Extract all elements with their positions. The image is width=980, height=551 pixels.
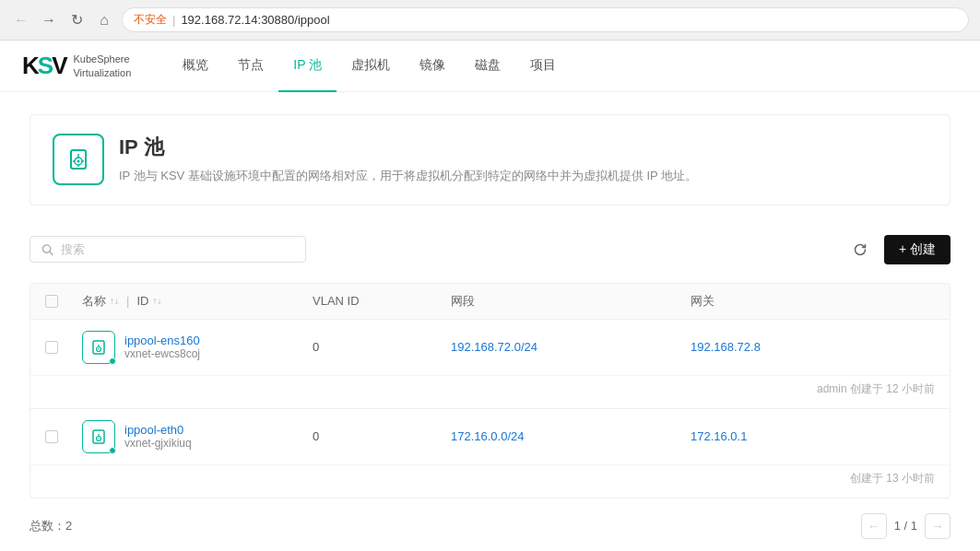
refresh-browser-button[interactable]: ↻ [66, 10, 87, 30]
search-box[interactable] [30, 236, 306, 263]
nav-item-projects[interactable]: 项目 [515, 41, 571, 92]
logo: KSV KubeSphere Virtualization [22, 52, 131, 80]
row1-checkbox[interactable] [45, 341, 58, 354]
table-footer: 总数：2 ← 1 / 1 → [30, 498, 950, 551]
row2-sub-name: vxnet-gjxikiuq [124, 437, 192, 450]
toolbar: + 创建 [30, 228, 950, 272]
table-row: ippool-ens160 vxnet-ewcs8coj 0 192.168.7… [30, 320, 950, 376]
row2-status-dot [109, 447, 116, 454]
row1-checkbox-cell [45, 341, 82, 354]
nav-item-disks[interactable]: 磁盘 [460, 41, 515, 92]
page-content: IP 池 IP 池与 KSV 基础设施环境中配置的网络相对应，用于将虚拟机分配到… [0, 92, 980, 551]
name-sort-icon[interactable]: ↑↓ [110, 296, 119, 306]
row1-name-cell: ippool-ens160 vxnet-ewcs8coj [82, 331, 313, 364]
nav-item-ippool[interactable]: IP 池 [278, 41, 337, 92]
browser-toolbar: ← → ↻ ⌂ 不安全 | 192.168.72.14:30880/ippool [0, 0, 980, 40]
row1-meta: admin 创建于 12 小时前 [30, 376, 950, 408]
nav-item-images[interactable]: 镜像 [405, 41, 460, 92]
row1-name-text: ippool-ens160 vxnet-ewcs8coj [124, 334, 200, 360]
nav-item-overview[interactable]: 概览 [168, 41, 223, 92]
row1-icon [82, 331, 115, 364]
svg-point-11 [98, 348, 100, 350]
row1-name-link[interactable]: ippool-ens160 [124, 334, 200, 347]
page-title-area: IP 池 IP 池与 KSV 基础设施环境中配置的网络相对应，用于将虚拟机分配到… [119, 134, 697, 186]
row1-sub-name: vxnet-ewcs8coj [124, 347, 200, 360]
search-input[interactable] [61, 242, 294, 256]
row2-icon [82, 420, 115, 453]
nav-item-nodes[interactable]: 节点 [223, 41, 278, 92]
id-sort-icon[interactable]: ↑↓ [152, 296, 161, 306]
home-button[interactable]: ⌂ [94, 10, 114, 30]
row2-name-link[interactable]: ippool-eth0 [124, 423, 192, 437]
logo-subtitle: KubeSphere Virtualization [73, 53, 131, 79]
select-all-checkbox[interactable] [45, 295, 58, 308]
prev-page-button[interactable]: ← [861, 513, 887, 539]
row2-gateway[interactable]: 172.16.0.1 [691, 429, 875, 443]
address-separator: | [172, 13, 175, 27]
total-count: 总数：2 [30, 518, 72, 534]
browser-chrome: ← → ↻ ⌂ 不安全 | 192.168.72.14:30880/ippool [0, 0, 980, 41]
nav-item-vms[interactable]: 虚拟机 [337, 41, 405, 92]
row2-name-cell: ippool-eth0 vxnet-gjxikiuq [82, 420, 313, 453]
header-checkbox [45, 295, 82, 308]
row1-vlan-id: 0 [313, 340, 451, 354]
id-header: ID [136, 294, 148, 308]
refresh-button[interactable] [845, 235, 875, 264]
nav-items: 概览 节点 IP 池 虚拟机 镜像 磁盘 项目 [168, 41, 571, 92]
row1-subnet[interactable]: 192.168.72.0/24 [451, 340, 691, 354]
header-subnet: 网段 [451, 293, 691, 310]
svg-point-15 [98, 438, 100, 440]
page-title: IP 池 [119, 134, 697, 161]
page-description: IP 池与 KSV 基础设施环境中配置的网络相对应，用于将虚拟机分配到特定的网络… [119, 167, 697, 186]
data-table: 名称 ↑↓ | ID ↑↓ VLAN ID 网段 网关 [30, 283, 950, 498]
logo-text: KSV [22, 52, 65, 80]
pagination: ← 1 / 1 → [861, 513, 950, 539]
back-button[interactable]: ← [11, 10, 31, 30]
create-button[interactable]: + 创建 [884, 235, 950, 264]
top-navigation: KSV KubeSphere Virtualization 概览 节点 IP 池… [0, 41, 980, 92]
header-vlan-id: VLAN ID [313, 294, 451, 308]
address-bar[interactable]: 不安全 | 192.168.72.14:30880/ippool [122, 7, 969, 32]
row1-network-icon [89, 338, 108, 357]
row2-name-text: ippool-eth0 vxnet-gjxikiuq [124, 423, 192, 450]
svg-point-3 [77, 160, 80, 163]
row2-checkbox-cell [45, 430, 82, 443]
page-info: 1 / 1 [894, 519, 917, 533]
row1-status-dot [109, 358, 116, 365]
next-page-button[interactable]: → [925, 513, 950, 539]
row-group-2: ippool-eth0 vxnet-gjxikiuq 0 172.16.0.0/… [30, 409, 950, 498]
app-container: KSV KubeSphere Virtualization 概览 节点 IP 池… [0, 41, 980, 551]
search-icon [41, 243, 53, 256]
row-group-1: ippool-ens160 vxnet-ewcs8coj 0 192.168.7… [30, 320, 950, 409]
table-row: ippool-eth0 vxnet-gjxikiuq 0 172.16.0.0/… [30, 409, 950, 465]
header-gateway: 网关 [691, 293, 875, 310]
page-icon [53, 134, 104, 185]
header-name: 名称 ↑↓ | ID ↑↓ [82, 293, 313, 310]
toolbar-right: + 创建 [845, 235, 950, 264]
forward-button[interactable]: → [39, 10, 59, 30]
network-icon [64, 145, 93, 174]
row2-subnet[interactable]: 172.16.0.0/24 [451, 429, 691, 443]
page-header: IP 池 IP 池与 KSV 基础设施环境中配置的网络相对应，用于将虚拟机分配到… [30, 114, 950, 205]
row2-meta: 创建于 13 小时前 [30, 465, 950, 498]
refresh-icon [853, 242, 868, 257]
row2-network-icon [89, 428, 108, 446]
row2-checkbox[interactable] [45, 430, 58, 443]
row1-gateway[interactable]: 192.168.72.8 [691, 340, 875, 354]
table-header: 名称 ↑↓ | ID ↑↓ VLAN ID 网段 网关 [30, 284, 950, 320]
security-warning: 不安全 [134, 12, 167, 28]
row2-vlan-id: 0 [313, 429, 451, 443]
url-text: 192.168.72.14:30880/ippool [181, 13, 329, 27]
svg-line-8 [50, 252, 53, 254]
